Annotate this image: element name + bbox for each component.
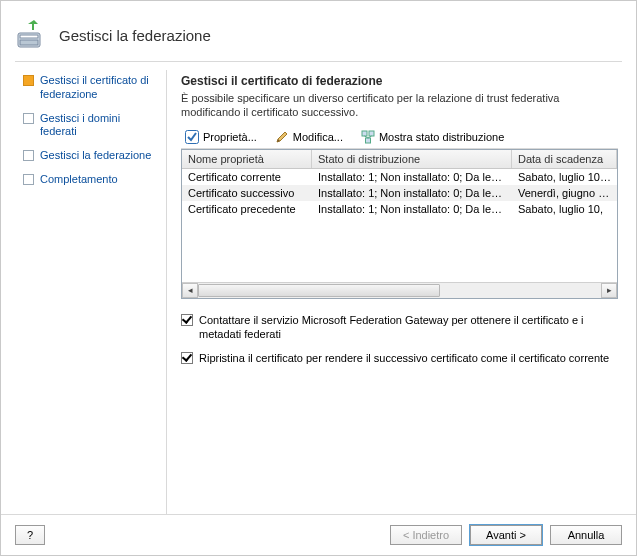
table-row[interactable]: Certificato successivo Installato: 1; No… xyxy=(182,185,617,201)
wizard-header: Gestisci la federazione xyxy=(1,1,636,55)
svg-rect-4 xyxy=(362,131,367,136)
column-header-dist[interactable]: Stato di distribuzione xyxy=(312,150,512,168)
checkbox-label: Contattare il servizio Microsoft Federat… xyxy=(199,313,618,342)
cell-expiry: Sabato, luglio 10, 2 xyxy=(512,169,617,185)
help-button[interactable]: ? xyxy=(15,525,45,545)
wizard-window: Gestisci la federazione Gestisci il cert… xyxy=(0,0,637,556)
scroll-left-button[interactable]: ◂ xyxy=(182,283,198,298)
cell-name: Certificato successivo xyxy=(182,185,312,201)
svg-rect-2 xyxy=(20,40,38,45)
wizard-body: Gestisci il certificato di federazione G… xyxy=(1,62,636,514)
table-body: Certificato corrente Installato: 1; Non … xyxy=(182,169,617,282)
properties-button[interactable]: Proprietà... xyxy=(183,129,259,145)
sidebar-item-label: Completamento xyxy=(40,173,118,187)
back-button: < Indietro xyxy=(390,525,462,545)
content-description: È possibile specificare un diverso certi… xyxy=(181,92,618,120)
distribution-icon xyxy=(361,130,375,144)
wizard-title: Gestisci la federazione xyxy=(59,27,211,44)
sidebar-step-marker xyxy=(23,174,34,185)
scroll-thumb[interactable] xyxy=(198,284,440,297)
svg-rect-5 xyxy=(369,131,374,136)
column-header-name[interactable]: Nome proprietà xyxy=(182,150,312,168)
sidebar-item-federation[interactable]: Gestisci la federazione xyxy=(23,149,156,163)
scroll-track[interactable] xyxy=(198,283,601,298)
next-button[interactable]: Avanti > xyxy=(470,525,542,545)
cell-dist: Installato: 1; Non installato: 0; Da leg… xyxy=(312,169,512,185)
sidebar-item-cert[interactable]: Gestisci il certificato di federazione xyxy=(23,74,156,102)
checkmark-icon xyxy=(185,130,199,144)
edit-button[interactable]: Modifica... xyxy=(273,129,345,145)
pencil-icon xyxy=(275,130,289,144)
show-distribution-label: Mostra stato distribuzione xyxy=(379,131,504,143)
sidebar-item-label: Gestisci il certificato di federazione xyxy=(40,74,156,102)
cell-name: Certificato precedente xyxy=(182,201,312,217)
checkbox-restore-cert[interactable]: Ripristina il certificato per rendere il… xyxy=(181,351,618,365)
checkbox-icon[interactable] xyxy=(181,314,193,326)
sidebar-step-marker xyxy=(23,150,34,161)
sidebar-step-marker xyxy=(23,113,34,124)
cell-dist: Installato: 1; Non installato: 0; Da leg… xyxy=(312,201,512,217)
content-toolbar: Proprietà... Modifica... xyxy=(181,126,618,149)
checkbox-contact-gateway[interactable]: Contattare il servizio Microsoft Federat… xyxy=(181,313,618,342)
properties-label: Proprietà... xyxy=(203,131,257,143)
wizard-footer: ? < Indietro Avanti > Annulla xyxy=(1,514,636,555)
table-header: Nome proprietà Stato di distribuzione Da… xyxy=(182,150,617,169)
horizontal-scrollbar[interactable]: ◂ ▸ xyxy=(182,282,617,298)
cancel-button[interactable]: Annulla xyxy=(550,525,622,545)
scroll-right-button[interactable]: ▸ xyxy=(601,283,617,298)
show-distribution-button[interactable]: Mostra stato distribuzione xyxy=(359,129,506,145)
wizard-sidebar: Gestisci il certificato di federazione G… xyxy=(1,70,166,514)
cell-expiry: Venerdì, giugno 29, xyxy=(512,185,617,201)
column-header-expiry[interactable]: Data di scadenza xyxy=(512,150,617,168)
sidebar-item-completion[interactable]: Completamento xyxy=(23,173,156,187)
edit-label: Modifica... xyxy=(293,131,343,143)
sidebar-item-label: Gestisci la federazione xyxy=(40,149,151,163)
content-heading: Gestisci il certificato di federazione xyxy=(181,74,618,88)
checkbox-label: Ripristina il certificato per rendere il… xyxy=(199,351,609,365)
sidebar-item-domains[interactable]: Gestisci i domini federati xyxy=(23,112,156,140)
sidebar-item-label: Gestisci i domini federati xyxy=(40,112,156,140)
svg-rect-1 xyxy=(20,35,38,38)
cell-name: Certificato corrente xyxy=(182,169,312,185)
table-row[interactable]: Certificato corrente Installato: 1; Non … xyxy=(182,169,617,185)
svg-rect-6 xyxy=(365,138,370,143)
checkbox-icon[interactable] xyxy=(181,352,193,364)
table-row[interactable]: Certificato precedente Installato: 1; No… xyxy=(182,201,617,217)
cell-expiry: Sabato, luglio 10, xyxy=(512,201,617,217)
certificates-table: Nome proprietà Stato di distribuzione Da… xyxy=(181,149,618,299)
cell-dist: Installato: 1; Non installato: 0; Da leg… xyxy=(312,185,512,201)
wizard-icon xyxy=(15,19,47,51)
wizard-content: Gestisci il certificato di federazione È… xyxy=(166,70,636,514)
sidebar-step-marker-active xyxy=(23,75,34,86)
options-group: Contattare il servizio Microsoft Federat… xyxy=(181,313,618,366)
